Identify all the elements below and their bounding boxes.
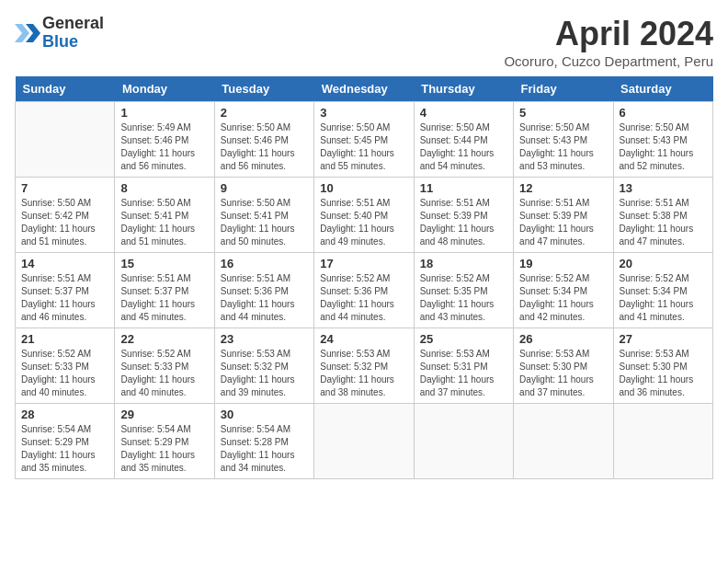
calendar-cell: 6Sunrise: 5:50 AMSunset: 5:43 PMDaylight… [613, 102, 712, 178]
calendar-cell: 12Sunrise: 5:51 AMSunset: 5:39 PMDayligh… [514, 178, 613, 253]
cell-info: Sunrise: 5:54 AMSunset: 5:29 PMDaylight:… [21, 423, 108, 475]
calendar-cell: 17Sunrise: 5:52 AMSunset: 5:36 PMDayligh… [314, 253, 414, 328]
day-number: 10 [320, 181, 407, 195]
cell-info: Sunrise: 5:52 AMSunset: 5:34 PMDaylight:… [620, 272, 707, 324]
cell-info: Sunrise: 5:52 AMSunset: 5:35 PMDaylight:… [420, 272, 507, 324]
day-number: 11 [420, 181, 507, 195]
calendar-cell: 10Sunrise: 5:51 AMSunset: 5:40 PMDayligh… [314, 178, 414, 253]
day-number: 12 [519, 181, 607, 195]
cell-info: Sunrise: 5:49 AMSunset: 5:46 PMDaylight:… [120, 121, 208, 173]
title-section: April 2024 Ocoruro, Cuzco Department, Pe… [504, 15, 713, 69]
calendar-cell: 14Sunrise: 5:51 AMSunset: 5:37 PMDayligh… [16, 253, 115, 328]
logo: General Blue [15, 15, 104, 52]
cell-info: Sunrise: 5:53 AMSunset: 5:30 PMDaylight:… [519, 348, 607, 399]
day-number: 15 [120, 257, 208, 270]
day-number: 3 [320, 106, 407, 120]
day-number: 13 [620, 181, 707, 195]
cell-info: Sunrise: 5:53 AMSunset: 5:32 PMDaylight:… [320, 348, 407, 399]
calendar-cell: 11Sunrise: 5:51 AMSunset: 5:39 PMDayligh… [414, 178, 513, 253]
cell-info: Sunrise: 5:53 AMSunset: 5:30 PMDaylight:… [620, 348, 707, 399]
day-number: 14 [21, 257, 108, 270]
calendar-cell: 15Sunrise: 5:51 AMSunset: 5:37 PMDayligh… [115, 253, 214, 328]
logo-icon [15, 20, 40, 46]
calendar-cell: 9Sunrise: 5:50 AMSunset: 5:41 PMDaylight… [214, 178, 313, 253]
calendar-table: SundayMondayTuesdayWednesdayThursdayFrid… [15, 76, 713, 479]
weekday-header-thursday: Thursday [414, 76, 513, 102]
day-number: 21 [21, 332, 108, 346]
day-number: 16 [221, 257, 308, 270]
day-number: 17 [320, 257, 407, 270]
calendar-cell [16, 102, 115, 178]
calendar-week-row: 7Sunrise: 5:50 AMSunset: 5:42 PMDaylight… [16, 178, 713, 253]
cell-info: Sunrise: 5:50 AMSunset: 5:45 PMDaylight:… [320, 121, 407, 173]
day-number: 23 [221, 332, 308, 346]
calendar-cell: 5Sunrise: 5:50 AMSunset: 5:43 PMDaylight… [514, 102, 613, 178]
cell-info: Sunrise: 5:53 AMSunset: 5:32 PMDaylight:… [221, 348, 308, 399]
month-title: April 2024 [504, 15, 713, 53]
cell-info: Sunrise: 5:51 AMSunset: 5:37 PMDaylight:… [21, 272, 108, 324]
cell-info: Sunrise: 5:52 AMSunset: 5:34 PMDaylight:… [519, 272, 607, 324]
day-number: 24 [320, 332, 407, 346]
day-number: 1 [120, 106, 208, 120]
calendar-week-row: 1Sunrise: 5:49 AMSunset: 5:46 PMDaylight… [16, 102, 713, 178]
calendar-cell: 7Sunrise: 5:50 AMSunset: 5:42 PMDaylight… [16, 178, 115, 253]
day-number: 30 [221, 408, 308, 421]
weekday-header-tuesday: Tuesday [214, 76, 313, 102]
day-number: 25 [420, 332, 507, 346]
calendar-cell: 4Sunrise: 5:50 AMSunset: 5:44 PMDaylight… [414, 102, 513, 178]
day-number: 2 [221, 106, 308, 120]
calendar-cell: 13Sunrise: 5:51 AMSunset: 5:38 PMDayligh… [613, 178, 712, 253]
calendar-cell: 21Sunrise: 5:52 AMSunset: 5:33 PMDayligh… [16, 328, 115, 404]
calendar-cell: 27Sunrise: 5:53 AMSunset: 5:30 PMDayligh… [613, 328, 712, 404]
cell-info: Sunrise: 5:51 AMSunset: 5:39 PMDaylight:… [519, 197, 607, 248]
calendar-cell [414, 404, 513, 479]
day-number: 5 [519, 106, 607, 120]
cell-info: Sunrise: 5:53 AMSunset: 5:31 PMDaylight:… [420, 348, 507, 399]
logo-text: General Blue [42, 15, 104, 52]
calendar-cell [514, 404, 613, 479]
cell-info: Sunrise: 5:50 AMSunset: 5:42 PMDaylight:… [21, 197, 108, 248]
cell-info: Sunrise: 5:52 AMSunset: 5:33 PMDaylight:… [21, 348, 108, 399]
day-number: 28 [21, 408, 108, 421]
day-number: 19 [519, 257, 607, 270]
location-label: Ocoruro, Cuzco Department, Peru [504, 53, 713, 69]
weekday-header-sunday: Sunday [16, 76, 115, 102]
weekday-header-friday: Friday [514, 76, 613, 102]
header: General Blue April 2024 Ocoruro, Cuzco D… [15, 15, 713, 69]
calendar-cell: 23Sunrise: 5:53 AMSunset: 5:32 PMDayligh… [214, 328, 313, 404]
cell-info: Sunrise: 5:54 AMSunset: 5:28 PMDaylight:… [221, 423, 308, 475]
cell-info: Sunrise: 5:50 AMSunset: 5:41 PMDaylight:… [120, 197, 208, 248]
calendar-cell: 3Sunrise: 5:50 AMSunset: 5:45 PMDaylight… [314, 102, 414, 178]
cell-info: Sunrise: 5:51 AMSunset: 5:36 PMDaylight:… [221, 272, 308, 324]
calendar-cell: 25Sunrise: 5:53 AMSunset: 5:31 PMDayligh… [414, 328, 513, 404]
cell-info: Sunrise: 5:51 AMSunset: 5:37 PMDaylight:… [120, 272, 208, 324]
calendar-week-row: 28Sunrise: 5:54 AMSunset: 5:29 PMDayligh… [16, 404, 713, 479]
cell-info: Sunrise: 5:51 AMSunset: 5:40 PMDaylight:… [320, 197, 407, 248]
day-number: 18 [420, 257, 507, 270]
svg-marker-1 [15, 24, 29, 42]
day-number: 22 [120, 332, 208, 346]
cell-info: Sunrise: 5:51 AMSunset: 5:39 PMDaylight:… [420, 197, 507, 248]
logo-general-label: General [42, 15, 104, 33]
cell-info: Sunrise: 5:54 AMSunset: 5:29 PMDaylight:… [120, 423, 208, 475]
day-number: 7 [21, 181, 108, 195]
cell-info: Sunrise: 5:51 AMSunset: 5:38 PMDaylight:… [620, 197, 707, 248]
cell-info: Sunrise: 5:50 AMSunset: 5:46 PMDaylight:… [221, 121, 308, 173]
calendar-cell: 19Sunrise: 5:52 AMSunset: 5:34 PMDayligh… [514, 253, 613, 328]
calendar-cell: 28Sunrise: 5:54 AMSunset: 5:29 PMDayligh… [16, 404, 115, 479]
weekday-header-saturday: Saturday [613, 76, 712, 102]
day-number: 9 [221, 181, 308, 195]
calendar-week-row: 21Sunrise: 5:52 AMSunset: 5:33 PMDayligh… [16, 328, 713, 404]
calendar-cell [613, 404, 712, 479]
calendar-cell: 26Sunrise: 5:53 AMSunset: 5:30 PMDayligh… [514, 328, 613, 404]
day-number: 29 [120, 408, 208, 421]
calendar-cell: 8Sunrise: 5:50 AMSunset: 5:41 PMDaylight… [115, 178, 214, 253]
calendar-cell: 2Sunrise: 5:50 AMSunset: 5:46 PMDaylight… [214, 102, 313, 178]
cell-info: Sunrise: 5:52 AMSunset: 5:36 PMDaylight:… [320, 272, 407, 324]
day-number: 8 [120, 181, 208, 195]
weekday-header-monday: Monday [115, 76, 214, 102]
cell-info: Sunrise: 5:50 AMSunset: 5:44 PMDaylight:… [420, 121, 507, 173]
calendar-cell: 1Sunrise: 5:49 AMSunset: 5:46 PMDaylight… [115, 102, 214, 178]
cell-info: Sunrise: 5:50 AMSunset: 5:43 PMDaylight:… [519, 121, 607, 173]
calendar-cell: 30Sunrise: 5:54 AMSunset: 5:28 PMDayligh… [214, 404, 313, 479]
